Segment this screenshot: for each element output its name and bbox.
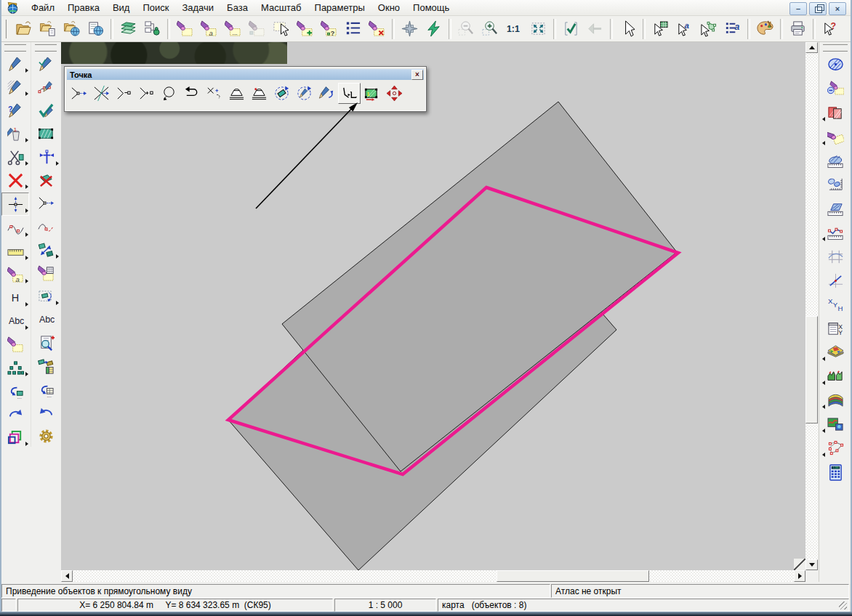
raster-images-button[interactable] (822, 413, 848, 435)
spotlight-a-button[interactable]: a (197, 18, 221, 40)
spotlight-sel-button[interactable] (2, 333, 28, 355)
nodes-net-button[interactable] (2, 357, 28, 378)
minimize-button[interactable]: – (789, 2, 807, 15)
menu-item-Поиск[interactable]: Поиск (136, 1, 175, 15)
zoom-out-button[interactable] (454, 18, 478, 40)
menu-item-Файл[interactable]: Файл (25, 1, 61, 15)
close-button[interactable]: × (829, 2, 846, 15)
pointer-table-button[interactable] (648, 18, 672, 40)
spotlight-grid-button[interactable] (33, 262, 59, 284)
measure-shapes-button[interactable] (33, 239, 59, 261)
menu-item-Правка[interactable]: Правка (61, 1, 106, 15)
lightning-button[interactable] (422, 18, 446, 40)
abc-text-button[interactable]: Abc (2, 310, 28, 332)
shapes-table-button[interactable] (33, 355, 59, 377)
undo-object-button[interactable]: ... (2, 380, 28, 402)
curve-grid-button[interactable] (822, 246, 848, 267)
pencil-query-button[interactable]: ? (2, 100, 28, 121)
rectangular-view-button[interactable] (338, 83, 361, 104)
vertical-scrollbar[interactable] (805, 42, 818, 570)
area-measure-button[interactable] (822, 150, 848, 171)
globe-folder-button[interactable] (60, 18, 84, 40)
globe-doc-button[interactable] (84, 18, 108, 40)
slope-line-button[interactable] (822, 270, 848, 291)
tree-view-button[interactable] (140, 18, 164, 40)
horizontal-scrollbar[interactable] (61, 570, 805, 582)
undo-arrow-button[interactable] (33, 402, 59, 423)
geology-layers-button[interactable] (822, 389, 848, 411)
pencil-hatch-button[interactable] (2, 76, 28, 98)
calculator-button[interactable]: 5.180 (822, 461, 848, 483)
point-insert-button[interactable] (135, 83, 158, 104)
ellipse-hatched-button[interactable] (822, 54, 848, 76)
point-close-loop-button[interactable] (158, 83, 180, 104)
scroll-left-button[interactable] (61, 570, 73, 582)
move-object-button[interactable] (383, 83, 406, 104)
menu-item-Масштаб[interactable]: Масштаб (254, 1, 308, 15)
back-arrow-button[interactable] (583, 18, 607, 40)
redo-arrow-button[interactable] (2, 403, 28, 425)
horizontal-scroll-thumb[interactable] (497, 570, 649, 582)
menu-item-Помощь[interactable]: Помощь (406, 1, 456, 15)
h-letter-button[interactable]: H (2, 287, 28, 309)
vertical-scroll-thumb[interactable] (805, 316, 818, 423)
pencil-curve-button[interactable] (33, 76, 59, 98)
toolbar-grip[interactable] (823, 44, 848, 52)
menu-item-Вид[interactable]: Вид (106, 1, 137, 15)
curve-dashed-button[interactable] (33, 216, 59, 238)
undo-table-button[interactable]: ... (33, 378, 59, 400)
scale-panel[interactable]: 1 : 5 000 (334, 599, 436, 612)
terrain-models-button[interactable] (822, 365, 848, 387)
menu-item-Параметры[interactable]: Параметры (308, 1, 371, 15)
point-delete-button[interactable] (113, 83, 135, 104)
ruler-button[interactable] (2, 240, 28, 262)
compass-3d-button[interactable] (398, 18, 422, 40)
scissors-button[interactable] (2, 146, 28, 168)
spotlight-minus-button[interactable] (822, 78, 848, 100)
zoom-in-button[interactable] (478, 18, 502, 40)
point-cross-button[interactable] (90, 83, 113, 104)
notebook-xy-button[interactable]: XY (822, 317, 848, 339)
rects-red-button[interactable] (822, 102, 848, 123)
scroll-right-button[interactable] (794, 570, 805, 582)
topology-join-button[interactable] (33, 146, 59, 168)
spotlight-button[interactable] (173, 18, 197, 40)
printer-button[interactable] (786, 18, 810, 40)
pointer-polygon-button[interactable] (696, 18, 720, 40)
scroll-down-button[interactable] (805, 559, 818, 570)
ellipses-measure-button[interactable] (822, 174, 848, 195)
pencil-button[interactable] (2, 53, 28, 75)
pointer-help-button[interactable]: ? (819, 18, 843, 40)
rotate-any-button[interactable] (293, 83, 316, 104)
point-smooth-button[interactable] (225, 83, 248, 104)
palette-button[interactable] (753, 18, 777, 40)
toolbar-grip[interactable] (35, 44, 57, 52)
spotlight-dots-button[interactable]: ... (221, 18, 245, 40)
gear-button[interactable] (33, 425, 59, 447)
scale-1-1-button[interactable]: 1:1 (502, 18, 526, 40)
select-list-button[interactable] (341, 18, 365, 40)
point-toolbar[interactable]: Точка × 1 (64, 66, 427, 112)
rotate-marquee-button[interactable] (33, 285, 59, 307)
pencil-ok-button[interactable] (33, 100, 59, 121)
menu-item-Задачи[interactable]: Задачи (175, 1, 220, 15)
overlap-squares-button[interactable] (2, 426, 28, 448)
polyline-measure-button[interactable] (822, 222, 848, 243)
folder-copy-button[interactable] (36, 18, 60, 40)
incline-object-button[interactable] (316, 83, 338, 104)
point-toolbar-close-button[interactable]: × (411, 70, 423, 80)
point-jump-button[interactable] (33, 192, 59, 214)
map-canvas[interactable] (61, 42, 805, 570)
restore-button[interactable] (809, 2, 827, 15)
hatch-rect-button[interactable] (33, 123, 59, 145)
spotlight-tilt-button[interactable] (822, 126, 848, 147)
rotate-object-button[interactable] (270, 83, 293, 104)
point-smooth-vertex-button[interactable] (248, 83, 270, 104)
marquee-select-button[interactable] (269, 18, 293, 40)
triangulation-net-button[interactable] (822, 437, 848, 459)
apply-check-button[interactable] (559, 18, 583, 40)
pencil-bucket-button[interactable]: 1 (2, 123, 28, 145)
abc-text2-button[interactable]: Abc (33, 309, 59, 331)
xyh-coords-button[interactable]: XYH (822, 293, 848, 315)
point-next-button[interactable] (68, 83, 90, 104)
